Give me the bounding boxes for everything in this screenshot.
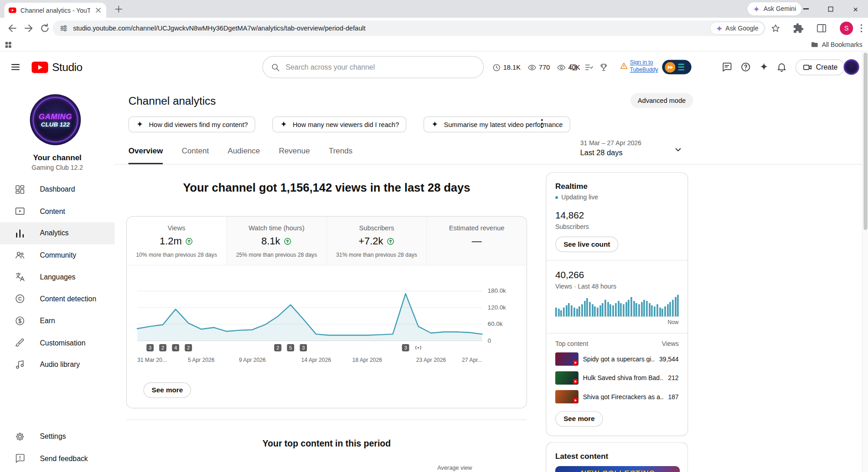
divider [547,333,687,334]
sidebar-item-audio-library[interactable]: Audio library [0,354,115,376]
browser-window: Channel analytics - YouTube St Ask Gemin… [0,0,868,472]
new-tab-button[interactable] [114,4,124,15]
metric-watch-time-hours[interactable]: Watch time (hours)8.1k25% more than prev… [227,217,327,265]
video-title[interactable]: Hulk Saved shiva from Bad... [583,375,664,381]
metric-value: +7.2k [358,235,383,247]
sidebar-item-analytics[interactable]: Analytics [0,222,115,244]
realtime-see-more-button[interactable]: See more [555,411,603,426]
create-button[interactable]: Create [796,59,845,75]
sidebar-item-content[interactable]: Content [0,200,115,222]
tubebuddy-button[interactable] [662,60,692,74]
channel-search-box[interactable] [262,56,484,78]
views-headline: Your channel got 1,156,142 views in the … [126,181,527,194]
forward-button[interactable] [23,23,34,34]
top-content-row[interactable]: Spidy got a supercars gi...39,544 [555,352,679,365]
sidebar-nav: DashboardContentAnalyticsCommunityLangua… [0,178,115,376]
browser-profile-avatar[interactable]: S [840,21,853,35]
notifications-bell-icon[interactable] [776,61,787,72]
back-button[interactable] [7,23,18,34]
channel-avatar[interactable] [843,59,859,75]
thumbnail-cards-icon[interactable] [569,63,579,72]
ask-google-button[interactable]: Ask Google [710,22,764,35]
divider [547,260,687,260]
page-scrollbar [862,51,868,472]
realtime-bar [677,295,679,316]
realtime-bar [623,304,625,316]
chips-more-icon[interactable] [536,117,548,130]
video-title[interactable]: Spidy got a supercars gi... [583,356,655,363]
reload-button[interactable] [39,23,50,34]
audio-library-icon [15,359,25,370]
sidebar-item-settings[interactable]: Settings [0,426,115,447]
bookmark-star-icon[interactable] [770,23,781,34]
metric-views[interactable]: Views1.2m10% more than previous 28 days [127,217,227,265]
realtime-bar [620,303,622,316]
date-range-picker[interactable]: 31 Mar – 27 Apr 2026 Last 28 days [580,140,642,157]
tab-close-icon[interactable] [94,6,102,14]
tab-revenue[interactable]: Revenue [279,146,310,164]
site-info-icon[interactable] [59,24,68,32]
video-thumbnail[interactable] [555,352,578,365]
menu-hamburger-icon[interactable] [10,61,21,72]
trophy-icon[interactable] [599,63,608,72]
sidebar-item-community[interactable]: Community [0,244,115,266]
sidebar-item-earn[interactable]: Earn [0,310,115,332]
tab-overview[interactable]: Overview [128,146,163,164]
metric-subscribers[interactable]: Subscribers+7.2k31% more than previous 2… [327,217,427,265]
svg-text:0: 0 [488,337,491,344]
side-panel-icon[interactable] [816,23,827,34]
video-thumbnail[interactable] [555,371,578,385]
suggestion-chip[interactable]: How did viewers find my content? [128,117,255,132]
sparkle-icon[interactable] [758,61,769,72]
realtime-bar [651,305,653,316]
realtime-bar [662,309,663,317]
metric-estimated-revenue[interactable]: Estimated revenue— [427,217,527,265]
sidebar-item-dashboard[interactable]: Dashboard [0,178,115,200]
window-maximize-button[interactable] [818,0,843,18]
tubebuddy-signin-link[interactable]: Sign in to TubeBuddy [620,59,659,73]
tab-trends[interactable]: Trends [329,146,352,164]
svg-text:5: 5 [289,345,292,350]
sidebar-item-languages[interactable]: Languages [0,266,115,288]
browser-tab[interactable]: Channel analytics - YouTube St [5,3,106,18]
realtime-bar-chart[interactable] [555,295,679,317]
suggestion-chip[interactable]: How many new viewers did I reach? [272,117,406,132]
window-minimize-button[interactable] [793,0,818,18]
channel-avatar-large[interactable]: GAMING CLUB 122 [30,94,81,145]
realtime-bar [568,303,570,316]
latest-video-thumbnail[interactable]: NEW COLLECTING [555,466,680,472]
see-live-count-button[interactable]: See live count [555,237,618,252]
sidebar-item-send-feedback[interactable]: Send feedback [0,447,115,469]
studio-header: Studio 18.1K77040K Sign in to TubeBuddy … [0,51,868,83]
checklist-icon[interactable] [584,63,593,72]
tab-audience[interactable]: Audience [228,146,260,164]
advanced-mode-button[interactable]: Advanced mode [631,93,693,108]
views-line-chart[interactable]: 180.0k120.0k60.0k03242253331 Mar 20...5 … [127,265,527,377]
now-label: Now [555,319,679,325]
url-text: studio.youtube.com/channel/UCJgwckvN8wMH… [73,25,710,32]
see-more-button[interactable]: See more [143,382,191,398]
browser-menu-icon[interactable] [856,23,867,34]
tabs-divider [115,164,868,164]
sidebar-item-customisation[interactable]: Customisation [0,332,115,354]
address-bar[interactable]: studio.youtube.com/channel/UCJgwckvN8wMH… [53,20,766,36]
search-input[interactable] [286,63,476,71]
window-close-button[interactable]: × [843,0,868,18]
top-content-row[interactable]: Shiva got Firecrackers as a...187 [555,390,679,403]
studio-wordmark[interactable]: Studio [52,61,82,74]
tubebuddy-menu-icon [678,64,684,70]
apps-grid-icon[interactable] [4,41,13,49]
help-icon[interactable] [740,61,751,72]
youtube-logo-icon[interactable] [31,61,48,73]
video-thumbnail[interactable] [555,390,578,403]
chevron-down-icon[interactable] [673,145,683,155]
browser-titlebar: Channel analytics - YouTube St Ask Gemin… [0,0,868,18]
tab-content[interactable]: Content [182,146,209,164]
scrollbar-thumb[interactable] [863,53,868,230]
extensions-icon[interactable] [793,23,803,34]
all-bookmarks-button[interactable]: All Bookmarks [810,41,863,49]
sidebar-item-content-detection[interactable]: Content detection [0,288,115,310]
comments-icon[interactable] [721,61,732,72]
video-title[interactable]: Shiva got Firecrackers as a... [583,393,664,400]
top-content-row[interactable]: Hulk Saved shiva from Bad...212 [555,371,679,385]
